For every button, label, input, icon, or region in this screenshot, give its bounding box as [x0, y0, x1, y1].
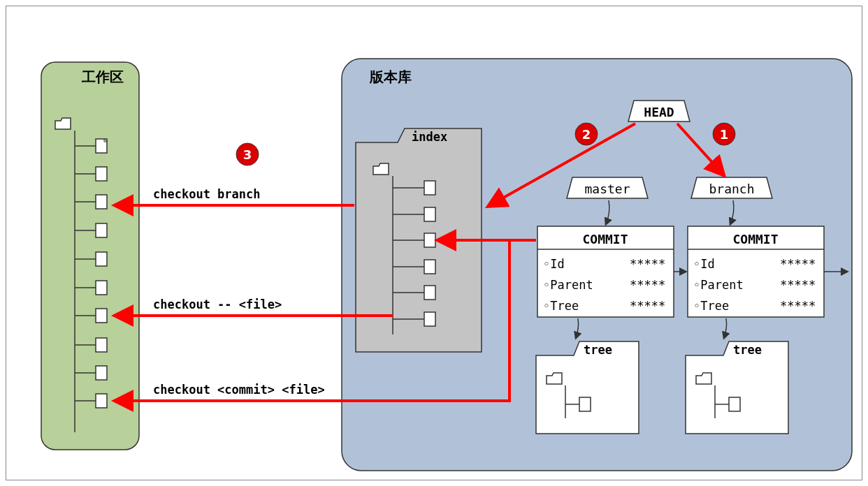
svg-rect-31 [424, 312, 435, 326]
svg-text:◦Tree: ◦Tree [543, 299, 579, 313]
svg-rect-13 [96, 309, 107, 323]
svg-text:*****: ***** [780, 278, 816, 292]
svg-text:3: 3 [243, 147, 252, 162]
svg-rect-23 [424, 207, 435, 221]
diagram-frame: 工作区 版本库 index HEAD master [6, 6, 862, 480]
svg-text:◦Id: ◦Id [693, 257, 715, 271]
svg-text:◦Parent: ◦Parent [693, 278, 744, 292]
label-checkout-branch: checkout branch [153, 187, 261, 201]
svg-rect-19 [96, 394, 107, 408]
svg-text:COMMIT: COMMIT [582, 232, 628, 246]
svg-rect-9 [96, 252, 107, 266]
tree-box-left: tree [536, 341, 639, 434]
svg-text:tree: tree [733, 343, 762, 357]
svg-rect-11 [96, 281, 107, 295]
svg-text:*****: ***** [630, 278, 665, 292]
label-checkout-file: checkout -- <file> [153, 297, 282, 311]
svg-rect-3 [96, 167, 107, 181]
svg-rect-21 [424, 181, 435, 195]
svg-text:tree: tree [584, 343, 612, 357]
master-label: master [584, 182, 630, 196]
svg-rect-5 [96, 195, 107, 209]
svg-text:1: 1 [720, 127, 729, 142]
svg-rect-27 [424, 260, 435, 274]
tree-box-right: tree [686, 341, 788, 434]
commit-box-left: COMMIT ◦Id ***** ◦Parent ***** ◦Tree ***… [537, 226, 674, 317]
svg-text:*****: ***** [780, 299, 816, 313]
svg-text:◦Parent: ◦Parent [543, 278, 593, 292]
commit-box-right: COMMIT ◦Id ***** ◦Parent ***** ◦Tree ***… [688, 226, 824, 317]
svg-text:*****: ***** [630, 257, 665, 271]
svg-rect-25 [424, 233, 435, 247]
svg-rect-57 [729, 397, 740, 411]
svg-rect-17 [96, 366, 107, 380]
head-label: HEAD [644, 105, 674, 119]
working-area-title: 工作区 [81, 68, 124, 85]
branch-label: branch [709, 182, 754, 196]
svg-text:*****: ***** [780, 257, 816, 271]
svg-rect-53 [579, 397, 591, 411]
svg-text:*****: ***** [630, 299, 665, 313]
svg-text:2: 2 [582, 127, 591, 142]
svg-rect-7 [96, 223, 107, 237]
svg-rect-15 [96, 338, 107, 352]
svg-rect-29 [424, 286, 435, 300]
label-checkout-commit-file: checkout <commit> <file> [153, 383, 325, 397]
index-label: index [412, 130, 447, 144]
svg-text:◦Id: ◦Id [543, 257, 565, 271]
repository-title: 版本库 [369, 68, 412, 85]
svg-text:◦Tree: ◦Tree [693, 299, 729, 313]
svg-text:COMMIT: COMMIT [732, 232, 778, 246]
